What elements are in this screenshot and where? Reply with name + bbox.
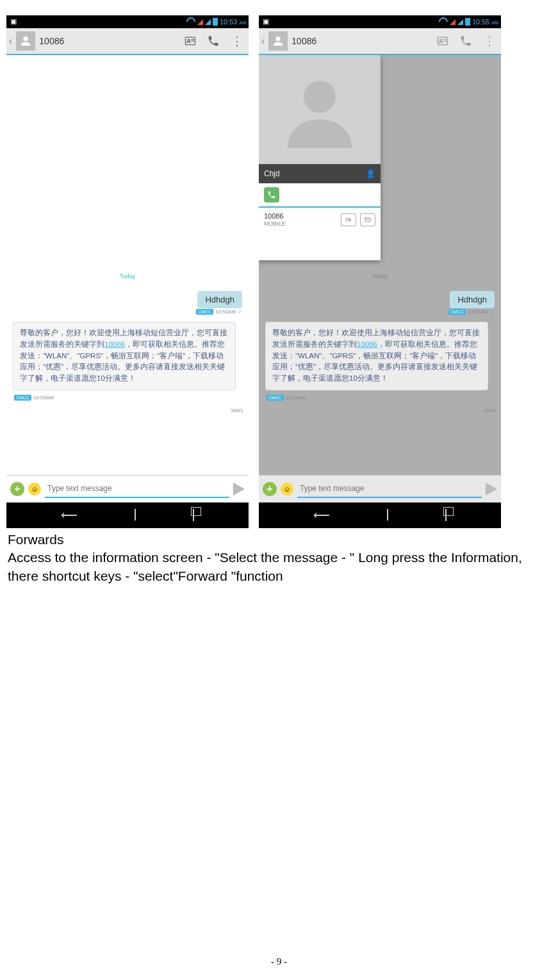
call-button[interactable] [264,187,279,203]
clock: 10:53 AM [220,18,246,26]
contact-name-bar: Chjd 👤 [259,164,381,183]
phone-icon[interactable] [456,31,475,51]
message-input[interactable] [297,480,482,498]
battery-icon [213,18,218,26]
outgoing-message: Hdhdgh [450,291,495,308]
signal-icon [205,19,211,25]
call-row [259,183,381,208]
send-button[interactable] [233,483,245,495]
battery-icon [465,18,470,26]
outgoing-meta: CMCC 10:53AM ✓ [196,309,242,315]
message-list: Today Hdhdgh CMCC 10:53AM ✓ 尊敬的客户，您好！欢迎使… [259,55,501,475]
add-attachment-button[interactable]: + [263,482,277,496]
signal-icon [457,19,463,25]
outgoing-message[interactable]: Hdhdgh [197,291,242,308]
phone-number: 10086 [264,212,286,220]
signal-icon [197,19,203,25]
back-icon[interactable]: ‹ [9,35,12,47]
back-icon[interactable]: ‹ [261,35,265,47]
carrier-tag: CMCC [267,395,284,401]
overflow-menu-icon[interactable]: ⋮ [227,31,246,51]
contact-name: 10086 [39,36,177,46]
compose-bar: + ☺ [259,475,501,502]
svg-point-5 [276,37,281,41]
svg-rect-11 [346,218,349,220]
svg-point-2 [188,40,190,42]
status-bar: ▣ 10:53 AM [6,15,249,28]
incoming-meta: CMCC 10:53AM [14,395,54,401]
conversation-header: ‹ 10086 ⋮ [6,28,249,55]
nav-home-icon[interactable] [135,510,136,521]
add-attachment-button[interactable]: + [10,482,24,496]
incoming-meta: CMCC 10:53AM [267,395,306,401]
conversation-header: ‹ 10086 ⋮ [259,28,501,55]
section-body: Access to the information screen - "Sele… [8,549,552,585]
svg-point-10 [304,81,336,113]
wifi-icon [185,15,197,28]
clock: 10:55 AM [472,18,498,26]
number-row[interactable]: 10086 MOBILE [259,208,381,232]
message-input[interactable] [45,480,229,498]
avatar[interactable] [268,31,288,51]
contact-name: Chjd [264,169,280,178]
document-text: Forwards Access to the information scree… [0,528,558,585]
sent-check-icon: ✓ [490,309,495,315]
nav-back-icon[interactable]: ⟵ [61,508,78,522]
nav-recent-icon[interactable] [193,510,194,521]
contact-name: 10086 [291,36,429,46]
nav-home-icon[interactable] [387,510,388,521]
svg-point-0 [24,37,28,41]
video-call-icon[interactable] [341,213,356,226]
notification-icon: ▣ [263,17,269,26]
incoming-message: 尊敬的客户，您好！欢迎使用上海移动短信营业厅，您可直接发送所需服务的关键字到10… [265,322,488,390]
carrier-tag: CMCC [448,309,466,315]
char-counter: 160/1 [231,408,243,413]
message-list[interactable]: Today Hdhdgh CMCC 10:53AM ✓ 尊敬的客户，您好！欢迎使… [6,55,249,475]
page-number: - 9 - [0,956,558,967]
nav-bar: ⟵ [6,502,249,528]
nav-bar: ⟵ [259,502,501,528]
timestamp: 10:53AM [215,309,236,315]
notification-icon: ▣ [10,17,17,26]
timestamp: 10:53AM [33,395,54,401]
signal-icon [450,19,455,25]
carrier-tag: CMCC [196,309,213,315]
send-button[interactable] [486,483,497,495]
phone-type: MOBILE [264,220,286,228]
contact-photo[interactable] [259,55,381,164]
compose-bar: + ☺ [6,475,249,502]
nav-recent-icon[interactable] [445,510,447,521]
section-heading: Forwards [8,531,552,549]
overflow-menu-icon[interactable]: ⋮ [479,31,498,51]
date-divider: Today [6,55,249,279]
wifi-icon [437,15,450,28]
contact-badge-icon[interactable]: 👤 [366,169,375,178]
status-bar: ▣ 10:55 AM [259,15,501,28]
timestamp: 10:53AM [286,395,306,401]
nav-back-icon[interactable]: ⟵ [313,508,330,522]
emoji-button[interactable]: ☺ [28,483,41,495]
avatar[interactable] [16,31,35,51]
contact-card-icon[interactable] [181,31,200,51]
screenshot-right: ▣ 10:55 AM ‹ 10086 ⋮ Today Hdhdgh [259,15,501,528]
timestamp: 10:53AM [468,309,488,315]
svg-point-7 [440,40,442,42]
screenshot-left: ▣ 10:53 AM ‹ 10086 ⋮ Today Hdhdgh [6,15,249,528]
link-10086: 10086 [357,340,377,348]
outgoing-meta: CMCC 10:53AM ✓ [448,309,495,315]
link-10086[interactable]: 10086 [104,340,125,348]
incoming-message[interactable]: 尊敬的客户，您好！欢迎使用上海移动短信营业厅，您可直接发送所需服务的关键字到10… [13,322,236,390]
sent-check-icon: ✓ [238,309,242,315]
char-counter: 160/1 [483,408,496,413]
sms-icon[interactable] [360,213,375,226]
phone-icon[interactable] [204,31,223,51]
carrier-tag: CMCC [14,395,31,401]
contact-quick-card: Chjd 👤 10086 MOBILE [259,55,381,260]
contact-card-icon[interactable] [433,31,452,51]
emoji-button[interactable]: ☺ [281,483,293,495]
